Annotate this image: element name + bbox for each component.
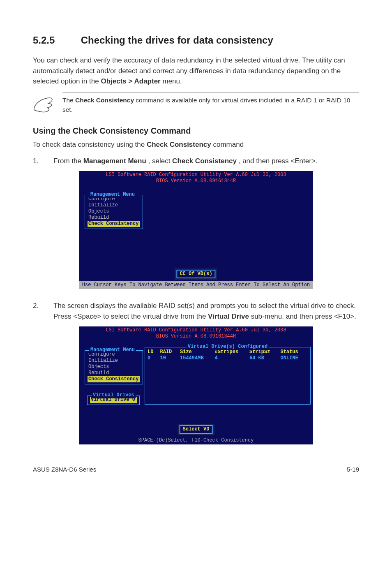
col-status: Status xyxy=(280,349,308,355)
step-number: 2. xyxy=(33,301,42,322)
note: The Check Consistency command is availab… xyxy=(33,93,359,118)
virtual-drives-configured-panel: Virtual Drive(s) Configured LD RAID Size… xyxy=(145,347,311,405)
step-2: 2. The screen displays the available RAI… xyxy=(33,301,359,322)
menu-item-objects: Objects xyxy=(88,208,140,215)
bios-screenshot-1: LSI Software RAID Configuration Utility … xyxy=(79,171,313,289)
cc-of-vd-box: CC Of VD(s) xyxy=(176,270,215,278)
panel-title: Management Menu xyxy=(89,192,136,198)
menu-item-initialize: Initialize xyxy=(88,202,140,208)
footer-product: ASUS Z8NA-D6 Series xyxy=(33,465,96,474)
step-text: From the Management Menu , select Check … xyxy=(53,156,359,167)
menu-item-check-consistency: Check Consistency xyxy=(88,376,140,382)
cell-stripes: 4 xyxy=(214,355,249,361)
step-number: 1. xyxy=(33,156,42,167)
panel-title: Virtual Drives xyxy=(92,392,136,398)
col-raid: RAID xyxy=(160,349,180,355)
hand-pointer-icon xyxy=(33,96,53,114)
cell-raid: 10 xyxy=(160,355,180,361)
menu-item-initialize: Initialize xyxy=(88,358,140,364)
intro-paragraph: You can check and verify the accuracy of… xyxy=(33,55,359,87)
table-row: 0 10 154494MB 4 64 KB ONLINE xyxy=(148,355,308,361)
menu-item-objects: Objects xyxy=(88,364,140,370)
substep-intro: To check data consistency using the Chec… xyxy=(33,139,359,150)
bios-screenshot-2: LSI Software RAID Configuration Utility … xyxy=(79,326,313,444)
cell-size: 154494MB xyxy=(180,355,214,361)
page-footer: ASUS Z8NA-D6 Series 5-19 xyxy=(33,465,359,474)
section-number: 5.2.5 xyxy=(33,33,78,48)
management-menu-panel: Management Menu Configure Initialize Obj… xyxy=(85,350,143,384)
vd-table: LD RAID Size #Stripes StripSz Status 0 1… xyxy=(148,349,308,361)
cell-ld: 0 xyxy=(148,355,160,361)
panel-title: Virtual Drive(s) Configured xyxy=(187,344,269,350)
section-title: Checking the drives for data consistency xyxy=(81,35,273,46)
menu-item-rebuild: Rebuild xyxy=(88,370,140,376)
table-header-row: LD RAID Size #Stripes StripSz Status xyxy=(148,349,308,355)
cc-of-vd-box-wrap: CC Of VD(s) xyxy=(175,268,217,280)
col-stripes: #Stripes xyxy=(214,349,249,355)
step-1: 1. From the Management Menu , select Che… xyxy=(33,156,359,167)
panel-title: Management Menu xyxy=(89,347,136,353)
menu-item-rebuild: Rebuild xyxy=(88,215,140,221)
step-text: The screen displays the available RAID s… xyxy=(53,301,359,322)
note-text: The Check Consistency command is availab… xyxy=(62,93,359,118)
select-vd-box-wrap: Select VD xyxy=(178,424,214,435)
virtual-drives-panel: Virtual Drives Virtual Drive 0 xyxy=(87,396,140,405)
cell-stripsz: 64 KB xyxy=(249,355,281,361)
bios-header: LSI Software RAID Configuration Utility … xyxy=(79,326,313,342)
subheading: Using the Check Consistency Command xyxy=(33,125,359,137)
bios-header: LSI Software RAID Configuration Utility … xyxy=(79,171,313,187)
cell-status: ONLINE xyxy=(280,355,308,361)
col-ld: LD xyxy=(148,349,160,355)
footer-page-number: 5-19 xyxy=(347,465,359,474)
bios-footer: Use Cursor Keys To Navigate Between Item… xyxy=(79,281,313,289)
col-size: Size xyxy=(180,349,214,355)
select-vd-box: Select VD xyxy=(180,425,213,434)
col-stripsz: StripSz xyxy=(249,349,281,355)
bios-footer: SPACE-(De)Select, F10-Check Consistency xyxy=(79,437,313,444)
management-menu-panel: Management Menu Configure Initialize Obj… xyxy=(85,195,143,229)
section-heading: 5.2.5 Checking the drives for data consi… xyxy=(33,33,359,48)
menu-item-check-consistency: Check Consistency xyxy=(88,221,140,227)
